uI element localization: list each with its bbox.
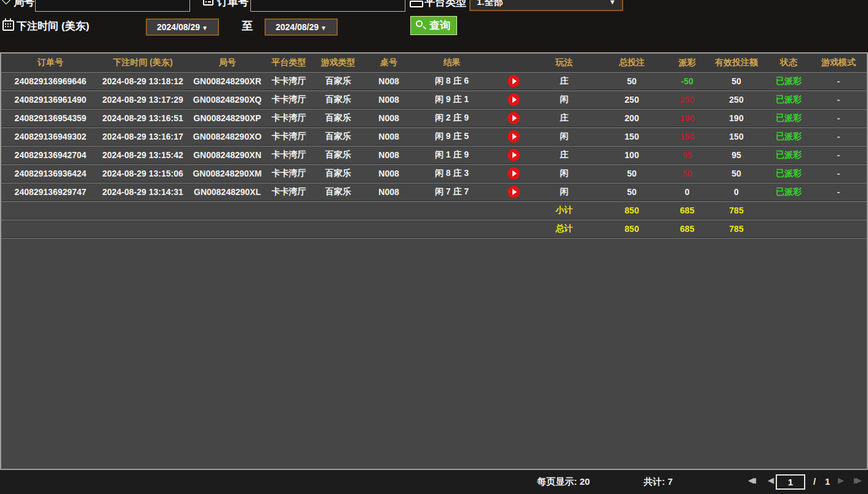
cell-game-mode: -: [810, 146, 867, 164]
cell-order-id: 240829136929747: [1, 183, 100, 201]
cell-payout: 250: [669, 90, 706, 109]
round-number-input[interactable]: [35, 0, 190, 12]
cell-total-bet: 150: [595, 127, 669, 146]
cell-total-bet: 200: [595, 109, 669, 127]
empty-cell: [1, 220, 100, 238]
page-number-input[interactable]: [776, 474, 805, 490]
table-row: 2408291369696462024-08-29 13:18:12GN0082…: [1, 72, 867, 90]
replay-video-icon[interactable]: [508, 149, 520, 161]
column-header: 游戏类型: [309, 54, 367, 72]
results-panel: 订单号下注时间 (美东)局号平台类型游戏类型桌号结果玩法总投注派彩有效投注额状态…: [0, 52, 868, 470]
empty-cell: [767, 201, 810, 220]
cell-bet-type: 庄: [533, 146, 595, 164]
replay-video-icon[interactable]: [508, 94, 520, 106]
cell-order-id: 240829136961490: [1, 90, 100, 109]
column-header: 结果: [410, 54, 493, 72]
cell-payout: 50: [669, 164, 706, 183]
cell-bet-time: 2024-08-29 13:17:29: [100, 90, 186, 109]
empty-cell: [367, 201, 410, 220]
cell-round-id: GN008248290XN: [186, 146, 269, 164]
cell-table-no: N008: [367, 183, 410, 201]
total-row: 总计850685785: [1, 220, 867, 238]
last-page-button[interactable]: ▶▶: [854, 476, 856, 485]
cell-bet-type: 闲: [533, 164, 595, 183]
empty-cell: [810, 201, 867, 220]
total-row-total-bet: 850: [595, 220, 669, 238]
column-header: 玩法: [533, 54, 595, 72]
cell-payout: 190: [669, 109, 706, 127]
cell-status: 已派彩: [767, 109, 810, 127]
cell-table-no: N008: [367, 90, 410, 109]
cell-bet-time: 2024-08-29 13:16:51: [100, 109, 186, 127]
empty-cell: [269, 220, 309, 238]
cell-order-id: 240829136936424: [1, 164, 100, 183]
table-row: 2408291369614902024-08-29 13:17:29GN0082…: [1, 90, 867, 109]
cell-status: 已派彩: [767, 90, 810, 109]
empty-cell: [100, 201, 186, 220]
chevron-down-icon: ▼: [609, 0, 616, 10]
table-row: 2408291369493022024-08-29 13:16:17GN0082…: [1, 127, 867, 146]
cell-table-no: N008: [367, 109, 410, 127]
cell-game-mode: -: [810, 164, 867, 183]
cell-order-id: 240829136949302: [1, 127, 100, 146]
cell-result: 闲 2 庄 9: [410, 109, 493, 127]
order-number-input[interactable]: [250, 0, 405, 12]
query-button[interactable]: 查询: [410, 16, 457, 35]
total-row-valid-bet: 785: [706, 220, 767, 238]
cell-platform: 卡卡湾厅: [269, 72, 309, 90]
cell-game-type: 百家乐: [309, 90, 367, 109]
cell-valid-bet: 150: [706, 127, 767, 146]
column-header: [493, 54, 533, 72]
date-to-picker[interactable]: 2024/08/29▼: [265, 18, 338, 36]
cell-status: 已派彩: [767, 72, 810, 90]
cell-game-mode: -: [810, 127, 867, 146]
total-pages-label: 1: [825, 476, 830, 487]
subtotal-row-payout: 685: [669, 201, 706, 220]
replay-video-icon[interactable]: [508, 186, 520, 198]
column-header: 下注时间 (美东): [100, 54, 186, 72]
cell-bet-time: 2024-08-29 13:15:42: [100, 146, 186, 164]
cell-bet-type: 闲: [533, 127, 595, 146]
cell-payout: -50: [669, 72, 706, 90]
cell-play: [493, 72, 533, 90]
cell-valid-bet: 50: [706, 164, 767, 183]
cell-platform: 卡卡湾厅: [269, 146, 309, 164]
cell-result: 闲 9 庄 5: [410, 127, 493, 146]
column-header: 游戏模式: [810, 54, 867, 72]
cell-result: 闲 8 庄 6: [410, 72, 493, 90]
cell-valid-bet: 250: [706, 90, 767, 109]
pagination-bar: 每页显示: 20 共计: 7 ◀◀ ◀ / 1 ▶ ▶▶: [0, 471, 868, 494]
replay-video-icon[interactable]: [508, 75, 520, 87]
column-header: 有效投注额: [706, 54, 767, 72]
cell-game-mode: -: [810, 183, 867, 201]
cell-total-bet: 100: [595, 146, 669, 164]
column-header: 总投注: [595, 54, 669, 72]
replay-video-icon[interactable]: [508, 112, 520, 124]
date-from-picker[interactable]: 2024/08/29▼: [146, 18, 219, 36]
per-page-label: 每页显示: 20: [537, 476, 590, 488]
platform-type-label: 平台类型: [424, 0, 466, 12]
order-number-icon: [203, 0, 213, 6]
replay-video-icon[interactable]: [508, 167, 520, 180]
cell-game-type: 百家乐: [309, 164, 367, 183]
cell-play: [493, 90, 533, 109]
cell-game-type: 百家乐: [309, 146, 367, 164]
replay-video-icon[interactable]: [508, 130, 520, 143]
total-row-label: 总计: [533, 220, 595, 238]
date-from-value: 2024/08/29: [157, 22, 200, 32]
platform-type-select[interactable]: 1.全部 ▼: [469, 0, 623, 11]
empty-cell: [309, 220, 367, 238]
empty-cell: [767, 220, 810, 238]
first-page-button[interactable]: ◀◀: [748, 476, 750, 485]
cell-play: [493, 164, 533, 183]
table-row: 2408291369297472024-08-29 13:14:31GN0082…: [1, 183, 867, 201]
cell-valid-bet: 190: [706, 109, 767, 127]
round-number-label: 局号: [14, 0, 34, 12]
cell-bet-type: 闲: [533, 183, 595, 201]
cell-payout: 0: [669, 183, 706, 201]
cell-round-id: GN008248290XM: [186, 164, 269, 183]
column-header: 派彩: [669, 54, 706, 72]
cell-status: 已派彩: [767, 183, 810, 201]
search-icon: [416, 20, 423, 27]
empty-cell: [186, 220, 269, 238]
